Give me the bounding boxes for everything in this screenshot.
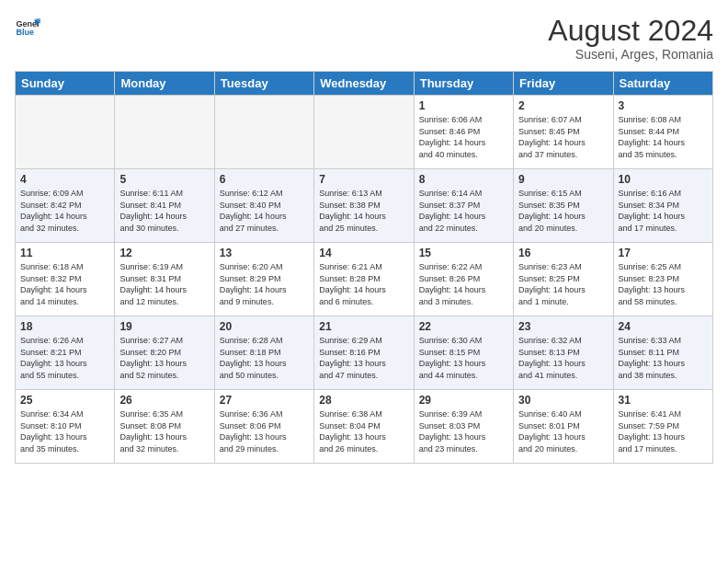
- day-info: Sunrise: 6:40 AMSunset: 8:01 PMDaylight:…: [518, 408, 608, 454]
- day-info: Sunrise: 6:34 AMSunset: 8:10 PMDaylight:…: [20, 408, 109, 454]
- day-number: 20: [220, 320, 309, 333]
- day-number: 22: [419, 320, 508, 333]
- col-monday: Monday: [115, 72, 214, 96]
- day-info: Sunrise: 6:26 AMSunset: 8:21 PMDaylight:…: [20, 335, 109, 381]
- day-number: 21: [319, 320, 408, 333]
- day-info: Sunrise: 6:38 AMSunset: 8:04 PMDaylight:…: [319, 408, 408, 454]
- table-row: 21Sunrise: 6:29 AMSunset: 8:16 PMDayligh…: [314, 316, 414, 390]
- table-row: 1Sunrise: 6:06 AMSunset: 8:46 PMDaylight…: [414, 96, 513, 169]
- day-number: 8: [419, 173, 508, 186]
- table-row: [16, 96, 115, 169]
- table-row: 27Sunrise: 6:36 AMSunset: 8:06 PMDayligh…: [214, 390, 313, 464]
- day-number: 6: [220, 173, 309, 186]
- table-row: 22Sunrise: 6:30 AMSunset: 8:15 PMDayligh…: [414, 316, 513, 390]
- table-row: 28Sunrise: 6:38 AMSunset: 8:04 PMDayligh…: [314, 390, 414, 464]
- col-sunday: Sunday: [16, 72, 115, 96]
- table-row: 16Sunrise: 6:23 AMSunset: 8:25 PMDayligh…: [514, 243, 613, 316]
- day-info: Sunrise: 6:32 AMSunset: 8:13 PMDaylight:…: [518, 335, 608, 381]
- day-number: 16: [518, 247, 608, 259]
- table-row: 24Sunrise: 6:33 AMSunset: 8:11 PMDayligh…: [613, 316, 712, 390]
- day-info: Sunrise: 6:36 AMSunset: 8:06 PMDaylight:…: [220, 408, 309, 454]
- day-info: Sunrise: 6:18 AMSunset: 8:32 PMDaylight:…: [20, 261, 109, 307]
- day-number: 17: [619, 247, 708, 259]
- table-row: [314, 96, 414, 169]
- day-info: Sunrise: 6:22 AMSunset: 8:26 PMDaylight:…: [419, 261, 508, 307]
- day-info: Sunrise: 6:19 AMSunset: 8:31 PMDaylight:…: [119, 261, 209, 307]
- day-info: Sunrise: 6:29 AMSunset: 8:16 PMDaylight:…: [319, 335, 408, 381]
- day-number: 11: [20, 247, 109, 259]
- day-info: Sunrise: 6:27 AMSunset: 8:20 PMDaylight:…: [119, 335, 209, 381]
- day-info: Sunrise: 6:23 AMSunset: 8:25 PMDaylight:…: [518, 261, 608, 307]
- table-row: 13Sunrise: 6:20 AMSunset: 8:29 PMDayligh…: [214, 243, 313, 316]
- table-row: 4Sunrise: 6:09 AMSunset: 8:42 PMDaylight…: [16, 169, 115, 243]
- day-info: Sunrise: 6:16 AMSunset: 8:34 PMDaylight:…: [619, 188, 708, 234]
- day-number: 3: [619, 99, 708, 112]
- table-row: 19Sunrise: 6:27 AMSunset: 8:20 PMDayligh…: [115, 316, 214, 390]
- table-row: 14Sunrise: 6:21 AMSunset: 8:28 PMDayligh…: [314, 243, 414, 316]
- day-info: Sunrise: 6:13 AMSunset: 8:38 PMDaylight:…: [319, 188, 408, 234]
- day-info: Sunrise: 6:07 AMSunset: 8:45 PMDaylight:…: [518, 114, 608, 160]
- table-row: 29Sunrise: 6:39 AMSunset: 8:03 PMDayligh…: [414, 390, 513, 464]
- table-row: 17Sunrise: 6:25 AMSunset: 8:23 PMDayligh…: [613, 243, 712, 316]
- col-wednesday: Wednesday: [314, 72, 414, 96]
- day-number: 19: [119, 320, 209, 333]
- header: General Blue August 2024 Suseni, Arges, …: [15, 15, 713, 62]
- col-thursday: Thursday: [414, 72, 513, 96]
- day-info: Sunrise: 6:06 AMSunset: 8:46 PMDaylight:…: [419, 114, 508, 160]
- day-number: 23: [518, 320, 608, 333]
- day-info: Sunrise: 6:12 AMSunset: 8:40 PMDaylight:…: [220, 188, 309, 234]
- table-row: [214, 96, 313, 169]
- day-info: Sunrise: 6:14 AMSunset: 8:37 PMDaylight:…: [419, 188, 508, 234]
- table-row: 7Sunrise: 6:13 AMSunset: 8:38 PMDaylight…: [314, 169, 414, 243]
- table-row: 18Sunrise: 6:26 AMSunset: 8:21 PMDayligh…: [16, 316, 115, 390]
- day-number: 9: [518, 173, 608, 186]
- day-number: 25: [20, 394, 109, 407]
- day-number: 27: [220, 394, 309, 407]
- table-row: 25Sunrise: 6:34 AMSunset: 8:10 PMDayligh…: [16, 390, 115, 464]
- table-row: 26Sunrise: 6:35 AMSunset: 8:08 PMDayligh…: [115, 390, 214, 464]
- table-row: 6Sunrise: 6:12 AMSunset: 8:40 PMDaylight…: [214, 169, 313, 243]
- day-number: 4: [20, 173, 109, 186]
- table-row: 31Sunrise: 6:41 AMSunset: 7:59 PMDayligh…: [613, 390, 712, 464]
- day-number: 14: [319, 247, 408, 259]
- day-info: Sunrise: 6:20 AMSunset: 8:29 PMDaylight:…: [220, 261, 309, 307]
- table-row: 12Sunrise: 6:19 AMSunset: 8:31 PMDayligh…: [115, 243, 214, 316]
- day-number: 12: [119, 247, 209, 259]
- table-row: 10Sunrise: 6:16 AMSunset: 8:34 PMDayligh…: [613, 169, 712, 243]
- table-row: 15Sunrise: 6:22 AMSunset: 8:26 PMDayligh…: [414, 243, 513, 316]
- table-row: 3Sunrise: 6:08 AMSunset: 8:44 PMDaylight…: [613, 96, 712, 169]
- day-info: Sunrise: 6:09 AMSunset: 8:42 PMDaylight:…: [20, 188, 109, 234]
- table-row: 9Sunrise: 6:15 AMSunset: 8:35 PMDaylight…: [514, 169, 613, 243]
- day-number: 26: [119, 394, 209, 407]
- svg-text:Blue: Blue: [16, 28, 34, 37]
- month-year-title: August 2024: [548, 15, 713, 47]
- day-info: Sunrise: 6:25 AMSunset: 8:23 PMDaylight:…: [619, 261, 708, 307]
- table-row: 30Sunrise: 6:40 AMSunset: 8:01 PMDayligh…: [514, 390, 613, 464]
- logo-icon: General Blue: [15, 15, 40, 40]
- col-saturday: Saturday: [613, 72, 712, 96]
- day-number: 24: [619, 320, 708, 333]
- day-info: Sunrise: 6:33 AMSunset: 8:11 PMDaylight:…: [619, 335, 708, 381]
- day-number: 31: [619, 394, 708, 407]
- day-info: Sunrise: 6:15 AMSunset: 8:35 PMDaylight:…: [518, 188, 608, 234]
- page-container: General Blue August 2024 Suseni, Arges, …: [0, 0, 728, 563]
- day-number: 13: [220, 247, 309, 259]
- col-friday: Friday: [514, 72, 613, 96]
- calendar-table: Sunday Monday Tuesday Wednesday Thursday…: [15, 71, 713, 464]
- day-number: 30: [518, 394, 608, 407]
- day-info: Sunrise: 6:39 AMSunset: 8:03 PMDaylight:…: [419, 408, 508, 454]
- day-info: Sunrise: 6:11 AMSunset: 8:41 PMDaylight:…: [119, 188, 209, 234]
- day-number: 7: [319, 173, 408, 186]
- calendar-header-row: Sunday Monday Tuesday Wednesday Thursday…: [16, 72, 713, 96]
- day-info: Sunrise: 6:08 AMSunset: 8:44 PMDaylight:…: [619, 114, 708, 160]
- day-info: Sunrise: 6:28 AMSunset: 8:18 PMDaylight:…: [220, 335, 309, 381]
- day-number: 10: [619, 173, 708, 186]
- day-number: 2: [518, 99, 608, 112]
- day-info: Sunrise: 6:30 AMSunset: 8:15 PMDaylight:…: [419, 335, 508, 381]
- table-row: 8Sunrise: 6:14 AMSunset: 8:37 PMDaylight…: [414, 169, 513, 243]
- day-number: 18: [20, 320, 109, 333]
- table-row: 5Sunrise: 6:11 AMSunset: 8:41 PMDaylight…: [115, 169, 214, 243]
- day-number: 28: [319, 394, 408, 407]
- table-row: 11Sunrise: 6:18 AMSunset: 8:32 PMDayligh…: [16, 243, 115, 316]
- day-info: Sunrise: 6:21 AMSunset: 8:28 PMDaylight:…: [319, 261, 408, 307]
